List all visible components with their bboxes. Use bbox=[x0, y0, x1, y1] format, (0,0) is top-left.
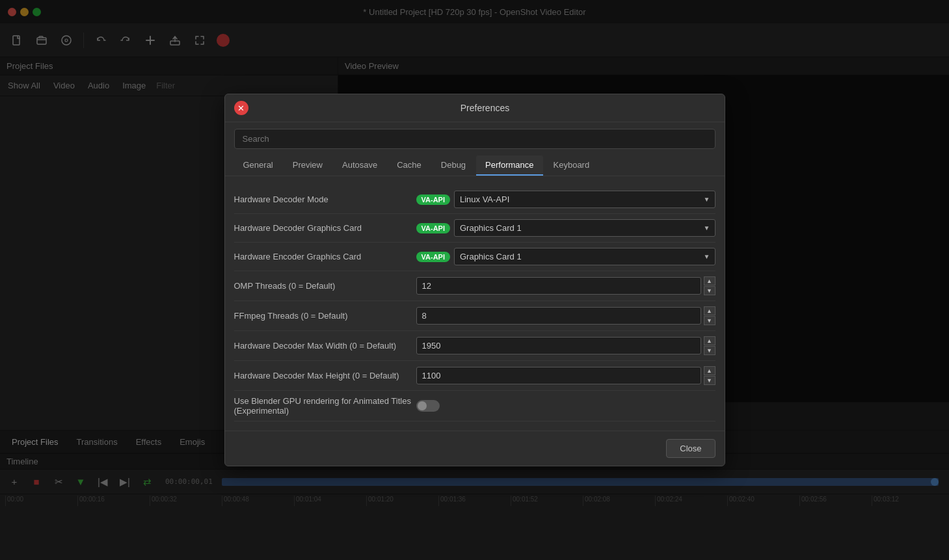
pref-label-encoder-gpu: Hardware Encoder Graphics Card bbox=[234, 252, 416, 261]
ffmpeg-spinbox-arrows: ▲ ▼ bbox=[704, 306, 715, 325]
va-api-badge-decoder-gpu: VA-API bbox=[416, 223, 450, 233]
pref-control-omp-threads: ▲ ▼ bbox=[416, 276, 715, 295]
decoder-max-width-input[interactable] bbox=[416, 337, 701, 354]
modal-overlay: ✕ Preferences General Preview Autosave C… bbox=[0, 0, 949, 560]
pref-label-decoder-max-width: Hardware Decoder Max Width (0 = Default) bbox=[234, 341, 416, 351]
tab-preview[interactable]: Preview bbox=[284, 155, 332, 176]
tab-performance[interactable]: Performance bbox=[476, 155, 542, 176]
pref-control-decoder-max-width: ▲ ▼ bbox=[416, 336, 715, 355]
modal-close-footer-button[interactable]: Close bbox=[666, 439, 715, 458]
preferences-modal: ✕ Preferences General Preview Autosave C… bbox=[224, 94, 725, 466]
blender-gpu-checkbox-knob bbox=[418, 401, 427, 410]
tab-general[interactable]: General bbox=[234, 155, 282, 176]
pref-row-encoder-gpu: Hardware Encoder Graphics Card VA-API Gr… bbox=[234, 243, 715, 271]
omp-spinbox-arrows: ▲ ▼ bbox=[704, 276, 715, 295]
omp-spin-down-button[interactable]: ▼ bbox=[704, 286, 715, 295]
pref-label-blender-gpu: Use Blender GPU rendering for Animated T… bbox=[234, 396, 416, 416]
pref-label-decoder-gpu: Hardware Decoder Graphics Card bbox=[234, 223, 416, 233]
decoder-width-spinbox: ▲ ▼ bbox=[416, 336, 715, 355]
pref-label-omp-threads: OMP Threads (0 = Default) bbox=[234, 281, 416, 291]
pref-row-omp-threads: OMP Threads (0 = Default) ▲ ▼ bbox=[234, 271, 715, 301]
decoder-mode-select-wrapper: Linux VA-API ▼ bbox=[454, 191, 715, 208]
pref-row-ffmpeg-threads: FFmpeg Threads (0 = Default) ▲ ▼ bbox=[234, 301, 715, 331]
encoder-gpu-select[interactable]: Graphics Card 1 bbox=[454, 248, 715, 265]
pref-control-encoder-gpu: VA-API Graphics Card 1 ▼ bbox=[416, 248, 715, 265]
tab-debug[interactable]: Debug bbox=[432, 155, 475, 176]
pref-control-decoder-mode: VA-API Linux VA-API ▼ bbox=[416, 191, 715, 208]
decoder-height-spinbox-arrows: ▲ ▼ bbox=[704, 366, 715, 385]
modal-title: Preferences bbox=[255, 103, 715, 113]
modal-header: ✕ Preferences bbox=[225, 94, 725, 122]
pref-label-decoder-max-height: Hardware Decoder Max Height (0 = Default… bbox=[234, 371, 416, 380]
decoder-mode-select[interactable]: Linux VA-API bbox=[454, 191, 715, 208]
ffmpeg-spin-down-button[interactable]: ▼ bbox=[704, 316, 715, 325]
decoder-gpu-select-wrapper: Graphics Card 1 ▼ bbox=[454, 219, 715, 237]
decoder-height-spin-up-button[interactable]: ▲ bbox=[704, 366, 715, 375]
modal-close-button[interactable]: ✕ bbox=[234, 101, 248, 115]
encoder-gpu-select-wrapper: Graphics Card 1 ▼ bbox=[454, 248, 715, 265]
modal-body: Hardware Decoder Mode VA-API Linux VA-AP… bbox=[225, 176, 725, 431]
pref-row-decoder-max-width: Hardware Decoder Max Width (0 = Default)… bbox=[234, 331, 715, 361]
blender-gpu-checkbox[interactable] bbox=[416, 400, 440, 412]
pref-label-decoder-mode: Hardware Decoder Mode bbox=[234, 194, 416, 204]
pref-row-blender-gpu: Use Blender GPU rendering for Animated T… bbox=[234, 391, 715, 421]
tab-keyboard[interactable]: Keyboard bbox=[544, 155, 599, 176]
preferences-tabs: General Preview Autosave Cache Debug Per… bbox=[225, 155, 725, 176]
pref-control-decoder-max-height: ▲ ▼ bbox=[416, 366, 715, 385]
decoder-width-spin-up-button[interactable]: ▲ bbox=[704, 336, 715, 345]
preferences-search-input[interactable] bbox=[234, 129, 715, 149]
omp-spin-up-button[interactable]: ▲ bbox=[704, 276, 715, 286]
pref-control-blender-gpu bbox=[416, 400, 715, 412]
decoder-width-spin-down-button[interactable]: ▼ bbox=[704, 346, 715, 355]
decoder-width-spinbox-arrows: ▲ ▼ bbox=[704, 336, 715, 355]
decoder-height-spin-down-button[interactable]: ▼ bbox=[704, 376, 715, 385]
ffmpeg-spinbox: ▲ ▼ bbox=[416, 306, 715, 325]
va-api-badge-decoder-mode: VA-API bbox=[416, 194, 450, 205]
decoder-height-spinbox: ▲ ▼ bbox=[416, 366, 715, 385]
pref-row-decoder-gpu: Hardware Decoder Graphics Card VA-API Gr… bbox=[234, 214, 715, 243]
pref-control-decoder-gpu: VA-API Graphics Card 1 ▼ bbox=[416, 219, 715, 237]
pref-control-ffmpeg-threads: ▲ ▼ bbox=[416, 306, 715, 325]
va-api-badge-encoder-gpu: VA-API bbox=[416, 252, 450, 262]
ffmpeg-threads-input[interactable] bbox=[416, 307, 701, 325]
tab-cache[interactable]: Cache bbox=[388, 155, 431, 176]
pref-row-decoder-max-height: Hardware Decoder Max Height (0 = Default… bbox=[234, 361, 715, 391]
decoder-gpu-select[interactable]: Graphics Card 1 bbox=[454, 219, 715, 237]
omp-spinbox: ▲ ▼ bbox=[416, 276, 715, 295]
tab-autosave[interactable]: Autosave bbox=[333, 155, 386, 176]
pref-label-ffmpeg-threads: FFmpeg Threads (0 = Default) bbox=[234, 311, 416, 321]
decoder-max-height-input[interactable] bbox=[416, 367, 701, 384]
ffmpeg-spin-up-button[interactable]: ▲ bbox=[704, 306, 715, 315]
pref-row-decoder-mode: Hardware Decoder Mode VA-API Linux VA-AP… bbox=[234, 185, 715, 214]
modal-footer: Close bbox=[225, 431, 725, 466]
omp-threads-input[interactable] bbox=[416, 277, 701, 295]
